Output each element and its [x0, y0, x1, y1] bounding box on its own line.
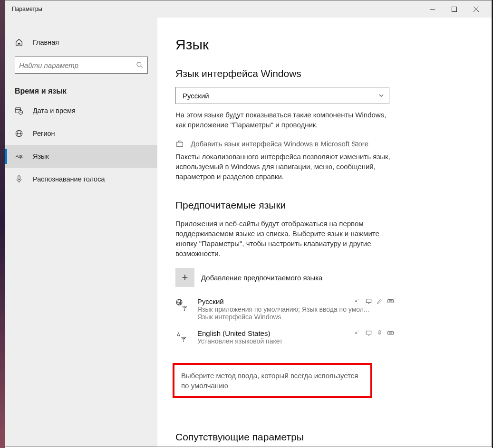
page-title: Язык	[175, 37, 476, 53]
store-icon	[175, 139, 186, 148]
calendar-clock-icon	[15, 106, 25, 115]
svg-text:ᵃ: ᵃ	[358, 298, 359, 301]
close-button[interactable]	[465, 1, 487, 17]
svg-point-4	[137, 62, 141, 67]
language-item-russian[interactable]: A字 Русский Aᵃ Язык приложения по умолчан…	[175, 295, 394, 327]
language-features: Aᵃ	[354, 297, 394, 305]
language-item-english[interactable]: A字 English (United States) Aᵃ Установлен…	[175, 327, 394, 352]
speech-icon	[376, 329, 383, 336]
svg-rect-25	[366, 299, 371, 303]
display-icon	[365, 329, 372, 336]
chevron-down-icon	[378, 93, 384, 98]
svg-rect-16	[18, 176, 20, 180]
sidebar-item-label: Распознавание голоса	[33, 175, 105, 183]
sidebar-item-speech[interactable]: Распознавание голоса	[5, 168, 157, 191]
titlebar: Параметры	[5, 0, 492, 18]
home-label: Главная	[33, 38, 59, 46]
sidebar-item-region[interactable]: Регион	[5, 122, 157, 145]
search-field[interactable]	[19, 61, 136, 69]
add-language-store-link[interactable]: Добавить язык интерфейса Windows в Micro…	[175, 139, 476, 148]
language-subtitle-2: Язык интерфейса Windows	[197, 313, 394, 321]
svg-text:A: A	[179, 302, 181, 305]
handwriting-icon	[376, 297, 383, 305]
store-description: Пакеты локализованного интерфейса позвол…	[175, 152, 394, 181]
sidebar-item-label: Дата и время	[33, 107, 76, 114]
minimize-button[interactable]	[421, 1, 443, 17]
search-input[interactable]	[15, 57, 148, 74]
svg-text:字: 字	[181, 336, 186, 342]
display-language-description: На этом языке будут показываться такие к…	[175, 110, 394, 130]
maximize-button[interactable]	[443, 1, 465, 17]
sidebar-item-date-time[interactable]: Дата и время	[5, 99, 157, 122]
language-glyph-icon: A字	[175, 329, 191, 345]
content-area: Язык Язык интерфейса Windows Русский На …	[157, 18, 492, 447]
language-name: English (United States)	[197, 329, 270, 337]
sidebar-item-label: Язык	[33, 153, 49, 160]
text-to-speech-icon: Aᵃ	[354, 329, 361, 336]
language-name: Русский	[197, 297, 224, 305]
preferred-languages-description: Приложения и веб-сайты будут отображатьс…	[175, 219, 394, 258]
sidebar-item-label: Регион	[33, 130, 55, 137]
text-to-speech-icon: Aᵃ	[354, 297, 361, 305]
desktop-edge	[0, 0, 5, 448]
section-head: Время и язык	[15, 87, 148, 95]
display-language-dropdown[interactable]: Русский	[175, 87, 389, 104]
keyboard-icon	[387, 329, 394, 336]
svg-text:字: 字	[182, 305, 187, 311]
add-language-button[interactable]: + Добавление предпочитаемого языка	[175, 268, 476, 287]
microphone-icon	[15, 175, 25, 183]
store-link-label: Добавить язык интерфейса Windows в Micro…	[191, 140, 368, 148]
default-input-method-link-highlight: Выберите метод ввода, который всегда исп…	[173, 363, 372, 398]
keyboard-icon	[387, 297, 394, 305]
display-icon	[365, 297, 372, 305]
svg-rect-34	[366, 331, 371, 334]
svg-text:字: 字	[19, 155, 23, 160]
language-glyph-icon: A字	[175, 297, 191, 321]
add-language-label: Добавление предпочитаемого языка	[201, 274, 322, 282]
sidebar: Главная Время и язык Дата и время Ре	[5, 18, 157, 447]
display-language-heading: Язык интерфейса Windows	[175, 68, 476, 79]
svg-rect-1	[452, 7, 456, 11]
home-button[interactable]: Главная	[5, 31, 157, 54]
svg-text:A: A	[177, 332, 180, 337]
plus-icon: +	[175, 268, 194, 287]
home-icon	[15, 38, 25, 47]
search-icon	[136, 61, 144, 69]
svg-text:A: A	[355, 331, 358, 335]
related-settings-heading: Сопутствующие параметры	[175, 431, 476, 443]
svg-rect-36	[379, 330, 380, 333]
language-subtitle: Установлен языковой пакет	[197, 337, 394, 345]
preferred-languages-heading: Предпочитаемые языки	[175, 200, 476, 211]
svg-line-5	[141, 66, 143, 68]
svg-rect-27	[388, 300, 394, 303]
default-input-method-link[interactable]: Выберите метод ввода, который всегда исп…	[181, 371, 364, 391]
app-title: Параметры	[10, 6, 42, 12]
sidebar-item-language[interactable]: A字 Язык	[5, 145, 157, 168]
svg-text:A: A	[355, 299, 358, 303]
svg-text:ᵃ: ᵃ	[358, 330, 359, 333]
globe-icon	[15, 129, 25, 138]
language-icon: A字	[15, 152, 25, 161]
dropdown-value: Русский	[183, 92, 209, 100]
language-subtitle: Язык приложения по умолчанию; Язык ввода…	[197, 305, 394, 313]
svg-rect-37	[388, 332, 394, 335]
language-features: Aᵃ	[354, 329, 394, 336]
settings-window: Параметры Главная Вр	[5, 0, 492, 447]
